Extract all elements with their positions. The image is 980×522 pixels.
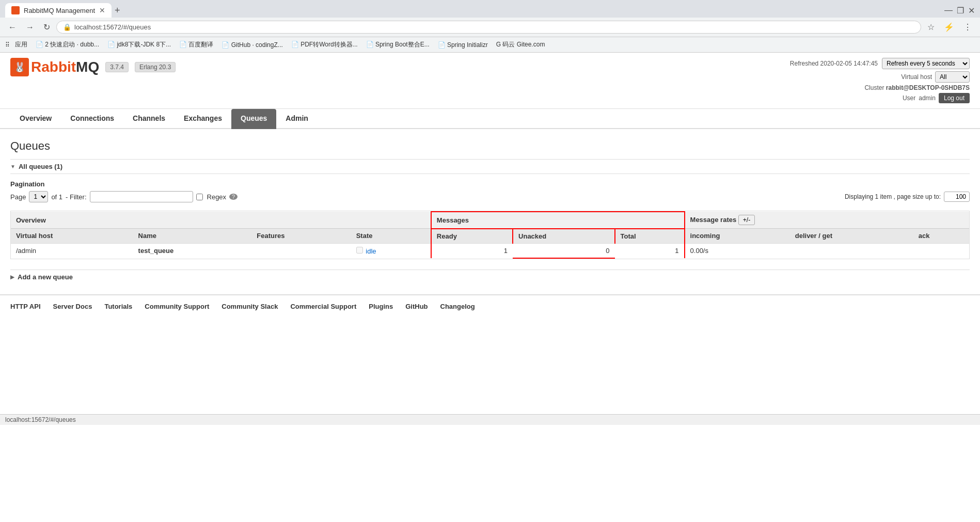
- filter-input[interactable]: [90, 191, 193, 202]
- tab-label: RabbitMQ Management: [24, 7, 95, 14]
- td-name: test_queue: [133, 243, 252, 258]
- th-state: State: [351, 229, 431, 244]
- footer-link-tutorials[interactable]: Tutorials: [104, 303, 132, 310]
- reload-button[interactable]: ↻: [40, 21, 53, 33]
- nav-item-overview[interactable]: Overview: [10, 109, 61, 129]
- nav-item-queues[interactable]: Queues: [231, 109, 276, 129]
- col-header-row: Virtual host Name Features State Ready U…: [11, 229, 969, 244]
- back-button[interactable]: ←: [5, 22, 20, 33]
- refreshed-text: Refreshed 2020-02-05 14:47:45: [790, 60, 878, 67]
- th-overview-group: Overview: [11, 212, 431, 229]
- refresh-select[interactable]: Refresh every 5 seconds Refresh every 10…: [882, 58, 970, 69]
- bookmark-dubbo[interactable]: 📄 2 快速启动 · dubb...: [33, 39, 102, 50]
- footer-link-server-docs[interactable]: Server Docs: [53, 303, 92, 310]
- bookmark-pdf[interactable]: 📄 PDF转Word转换器...: [288, 39, 361, 50]
- logo-icon: 🐰: [10, 58, 29, 76]
- browser-tab[interactable]: RabbitMQ Management ✕: [5, 3, 112, 18]
- footer-link-github[interactable]: GitHub: [405, 303, 428, 310]
- bookmark-initializr[interactable]: 📄 Spring Initializr: [435, 40, 491, 50]
- page-size-input[interactable]: [944, 192, 970, 202]
- state-idle-link[interactable]: idle: [366, 247, 376, 255]
- pagination-label: Pagination: [10, 180, 970, 188]
- td-ready: 1: [431, 243, 513, 258]
- add-queue-section[interactable]: ▶ Add a new queue: [10, 270, 970, 284]
- bookmark-jdk[interactable]: 📄 jdk8下载-JDK 8下...: [104, 39, 174, 50]
- footer-link-changelog[interactable]: Changelog: [440, 303, 475, 310]
- browser-title-bar: RabbitMQ Management ✕ + — ❐ ✕: [0, 0, 980, 18]
- of-label: of 1: [51, 193, 62, 201]
- bookmark-github[interactable]: 📄 GitHub · codingZ...: [218, 40, 286, 50]
- th-ready: Ready: [431, 229, 513, 244]
- td-unacked: 0: [513, 243, 615, 258]
- url-text[interactable]: localhost:15672/#/queues: [74, 23, 151, 31]
- th-rates-group: Message rates +/-: [685, 212, 969, 229]
- footer-link-commercial-support[interactable]: Commercial Support: [290, 303, 356, 310]
- nav-item-connections[interactable]: Connections: [61, 109, 123, 129]
- all-queues-section[interactable]: ▼ All queues (1): [10, 159, 970, 174]
- version-badge: 3.7.4: [105, 62, 129, 72]
- tab-close-icon[interactable]: ✕: [99, 6, 105, 14]
- footer-link-community-support[interactable]: Community Support: [145, 303, 209, 310]
- state-checkbox[interactable]: [356, 247, 363, 254]
- page-title: Queues: [10, 139, 970, 153]
- forward-button[interactable]: →: [23, 22, 37, 33]
- table-row: /admin test_queue idle 1 0 1 0.00/s: [11, 243, 969, 258]
- page-select[interactable]: 1: [29, 191, 48, 202]
- logo-area: 🐰 RabbitMQ 3.7.4 Erlang 20.3: [10, 58, 176, 76]
- app-footer: HTTP API Server Docs Tutorials Community…: [0, 294, 980, 318]
- regex-help-icon[interactable]: ?: [229, 194, 238, 200]
- td-features: [251, 243, 351, 258]
- virtual-host-row: Virtual host All /admin: [790, 71, 970, 83]
- add-queue-triangle-icon: ▶: [10, 274, 14, 280]
- virtual-host-label: Virtual host: [901, 73, 932, 81]
- header-refresh-row: Refreshed 2020-02-05 14:47:45 Refresh ev…: [790, 58, 970, 69]
- bookmark-baidu[interactable]: 📄 百度翻译: [176, 39, 216, 50]
- add-queue-header: ▶ Add a new queue: [10, 273, 970, 281]
- status-bar: localhost:15672/#/queues: [0, 414, 980, 425]
- th-incoming: incoming: [685, 229, 790, 244]
- nav-item-exchanges[interactable]: Exchanges: [175, 109, 231, 129]
- user-row: User admin Log out: [790, 93, 970, 103]
- maximize-icon[interactable]: ❐: [957, 6, 964, 15]
- bookmark-spring[interactable]: 📄 Spring Boot整合E...: [363, 39, 433, 50]
- close-icon[interactable]: ✕: [968, 6, 975, 15]
- status-url: localhost:15672/#/queues: [5, 416, 76, 423]
- logout-button[interactable]: Log out: [939, 93, 970, 103]
- header-right: Refreshed 2020-02-05 14:47:45 Refresh ev…: [790, 58, 970, 103]
- rabbitmq-favicon-icon: [11, 6, 20, 14]
- minimize-icon[interactable]: —: [944, 6, 953, 15]
- td-state: idle: [351, 243, 431, 258]
- add-queue-label: Add a new queue: [18, 273, 73, 281]
- apps-icon: ⠿: [5, 41, 10, 49]
- app-header: 🐰 RabbitMQ 3.7.4 Erlang 20.3 Refreshed 2…: [0, 53, 980, 109]
- nav-item-admin[interactable]: Admin: [276, 109, 318, 129]
- cluster-name: rabbit@DESKTOP-0SHDB7S: [886, 84, 970, 91]
- user-label: User: [903, 94, 915, 102]
- footer-link-community-slack[interactable]: Community Slack: [222, 303, 278, 310]
- regex-checkbox[interactable]: [196, 194, 203, 200]
- plus-minus-button[interactable]: +/-: [738, 215, 755, 225]
- bookmark-apps[interactable]: 应用: [12, 39, 30, 50]
- footer-link-http-api[interactable]: HTTP API: [10, 303, 41, 310]
- bookmarks-bar: ⠿ 应用 📄 2 快速启动 · dubb... 📄 jdk8下载-JDK 8下.…: [0, 37, 980, 53]
- new-tab-button[interactable]: +: [115, 5, 120, 16]
- virtual-host-select[interactable]: All /admin: [935, 71, 970, 83]
- logo-text: RabbitMQ: [31, 59, 99, 75]
- th-unacked: Unacked: [513, 229, 615, 244]
- footer-link-plugins[interactable]: Plugins: [369, 303, 393, 310]
- nav-item-channels[interactable]: Channels: [123, 109, 175, 129]
- triangle-icon: ▼: [10, 164, 15, 169]
- user-name: admin: [919, 94, 936, 102]
- bookmark-gitee[interactable]: G 码云 Gitee.com: [493, 39, 548, 50]
- displaying-label: Displaying 1 item , page size up to:: [845, 193, 941, 200]
- page-label: Page: [10, 193, 26, 201]
- menu-icon[interactable]: ⋮: [960, 21, 975, 33]
- extensions-icon[interactable]: ⚡: [941, 21, 957, 33]
- th-messages-group: Messages: [431, 212, 685, 229]
- address-bar[interactable]: 🔒 localhost:15672/#/queues: [56, 21, 921, 34]
- th-ack: ack: [913, 229, 969, 244]
- th-features: Features: [251, 229, 351, 244]
- window-controls: — ❐ ✕: [944, 6, 975, 15]
- bookmark-icon[interactable]: ☆: [924, 21, 938, 33]
- group-header-row: Overview Messages Message rates +/-: [11, 212, 969, 229]
